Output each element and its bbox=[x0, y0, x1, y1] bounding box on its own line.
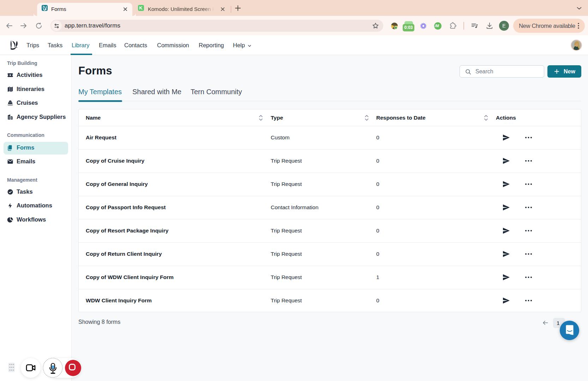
svg-text:K: K bbox=[139, 5, 143, 11]
